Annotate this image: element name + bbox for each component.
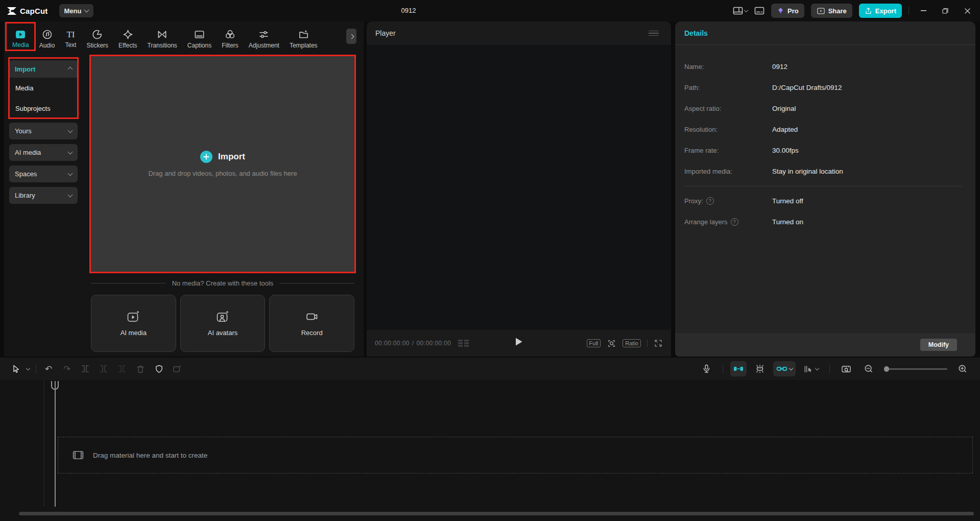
clip-select-dropdown[interactable]: [800, 361, 822, 376]
tab-effects[interactable]: Effects: [113, 29, 142, 49]
ai-avatars-icon: [216, 310, 230, 323]
chevron-down-icon: [815, 366, 819, 370]
chevron-down-icon: [68, 128, 73, 133]
detail-row-name: Name: 0912: [684, 56, 962, 77]
import-action[interactable]: Import: [200, 151, 245, 163]
preview-snap-button[interactable]: [751, 361, 769, 376]
detail-value: D:/CapCut Drafts/0912: [772, 84, 842, 91]
toolbar-separator: [36, 364, 36, 373]
play-button[interactable]: [515, 337, 523, 346]
share-label: Share: [828, 7, 847, 15]
tab-templates[interactable]: Templates: [284, 29, 323, 49]
preview-axis-button[interactable]: [837, 361, 855, 376]
record-card[interactable]: Record: [269, 295, 354, 352]
mask-button[interactable]: [150, 361, 168, 376]
record-icon: [305, 310, 319, 323]
toolbar-separator: [829, 364, 830, 373]
ai-avatars-card[interactable]: AI avatars: [180, 295, 266, 352]
delete-button[interactable]: [131, 361, 150, 376]
detail-label: Proxy: ?: [684, 197, 772, 205]
timeline-horizontal-scrollbar[interactable]: [19, 512, 974, 515]
help-icon[interactable]: ?: [731, 218, 738, 226]
fit-zoom-icon[interactable]: [607, 339, 616, 348]
sidebar-item-yours[interactable]: Yours: [9, 123, 78, 139]
sidebar-item-subprojects[interactable]: Subprojects: [9, 98, 78, 119]
tab-audio[interactable]: Audio: [34, 29, 60, 49]
slider-handle[interactable]: [884, 366, 889, 372]
sidebar-item-ai-media[interactable]: AI media: [9, 144, 78, 161]
export-clip-button[interactable]: [168, 361, 186, 376]
delete-left-button[interactable]: [94, 361, 113, 376]
ratio-badge[interactable]: Ratio: [623, 339, 641, 347]
sidebar-item-library[interactable]: Library: [9, 187, 78, 204]
chevron-right-icon: [349, 34, 354, 39]
detail-value: Stay in original location: [772, 168, 843, 175]
create-tools-label: No media? Create with these tools: [172, 279, 274, 287]
player-controls: 00:00:00:00 / 00:00:00:00 Full: [367, 330, 671, 357]
total-time: 00:00:00:00: [417, 340, 451, 347]
tab-captions[interactable]: Captions: [182, 29, 217, 49]
zoom-out-button[interactable]: [859, 361, 878, 376]
delete-left-icon: [100, 365, 108, 373]
time-separator: /: [412, 340, 414, 347]
minimize-button[interactable]: [916, 3, 931, 18]
close-button[interactable]: [960, 3, 975, 18]
effects-icon: [123, 29, 133, 40]
import-hint: Drag and drop videos, photos, and audio …: [148, 170, 297, 177]
panel-layout-button[interactable]: [754, 7, 764, 15]
modify-button[interactable]: Modify: [920, 339, 957, 351]
help-icon[interactable]: ?: [706, 197, 714, 205]
tab-label: Text: [65, 41, 76, 49]
export-button[interactable]: Export: [859, 4, 902, 18]
layout-picker-button[interactable]: [733, 7, 748, 15]
tab-adjustment[interactable]: Adjustment: [244, 29, 284, 49]
player-menu-icon[interactable]: [649, 31, 659, 36]
tab-text[interactable]: TI Text: [60, 30, 81, 49]
restore-button[interactable]: [938, 3, 953, 18]
app-name: CapCut: [20, 7, 48, 15]
tab-transitions[interactable]: Transitions: [142, 29, 182, 49]
titlebar: CapCut Menu 0912: [0, 0, 980, 21]
timeline-dropzone[interactable]: Drag material here and start to create: [58, 437, 973, 473]
zoom-in-button[interactable]: [953, 361, 972, 376]
pro-button[interactable]: Pro: [771, 4, 804, 18]
link-toggle[interactable]: [773, 361, 796, 376]
frame-preview-icon[interactable]: [458, 340, 469, 347]
select-tool-button[interactable]: [8, 361, 23, 376]
share-button[interactable]: Share: [811, 4, 852, 18]
menu-button[interactable]: Menu: [59, 4, 94, 17]
auto-snap-toggle[interactable]: [730, 361, 747, 376]
full-badge[interactable]: Full: [587, 339, 601, 347]
select-tool-dropdown[interactable]: [23, 361, 33, 376]
timeline-empty-hint: Drag material here and start to create: [93, 452, 207, 459]
panel-layout-icon: [754, 7, 764, 15]
timeline[interactable]: Drag material here and start to create: [0, 380, 980, 521]
undo-button[interactable]: ↶: [39, 361, 58, 376]
detail-value: 30.00fps: [772, 147, 799, 154]
ai-media-card[interactable]: AI media: [91, 295, 176, 352]
tab-label: Media: [12, 41, 29, 49]
delete-right-button[interactable]: [113, 361, 131, 376]
redo-button[interactable]: ↷: [58, 361, 76, 376]
tab-media[interactable]: Media: [7, 30, 34, 49]
tab-filters[interactable]: Filters: [217, 29, 244, 49]
tabbar-scroll-right-button[interactable]: [346, 29, 356, 44]
voiceover-button[interactable]: [697, 361, 715, 376]
fullscreen-icon[interactable]: [654, 339, 663, 348]
import-dropzone[interactable]: Import Drag and drop videos, photos, and…: [91, 56, 354, 272]
layout-icon: [733, 7, 743, 15]
sidebar-item-media[interactable]: Media: [9, 78, 78, 98]
sidebar-item-import[interactable]: Import: [9, 60, 78, 78]
tab-stickers[interactable]: Stickers: [81, 29, 113, 49]
menu-label: Menu: [64, 7, 82, 15]
split-button[interactable]: [76, 361, 94, 376]
player-controls-separator: [647, 340, 648, 347]
clip-cursor-icon: [804, 365, 813, 373]
sidebar-item-spaces[interactable]: Spaces: [9, 165, 78, 182]
current-time: 00:00:00:00: [375, 340, 410, 347]
sidebar-item-label: Yours: [15, 127, 68, 135]
timeline-zoom-slider[interactable]: [884, 368, 947, 370]
player-title: Player: [375, 29, 649, 37]
preview-axis-icon: [841, 365, 851, 373]
player-viewport[interactable]: [367, 45, 671, 330]
